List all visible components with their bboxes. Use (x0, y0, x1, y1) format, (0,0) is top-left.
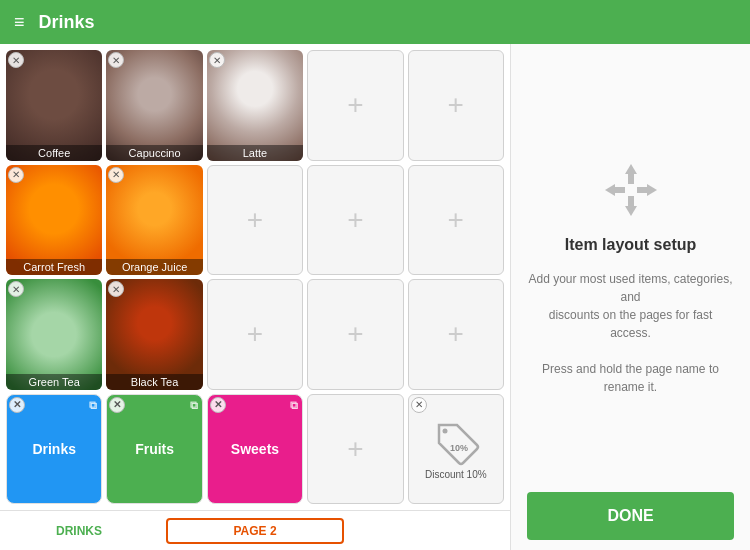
grid-empty-2-3[interactable]: + (307, 279, 403, 390)
grid-empty-0-4[interactable]: + (408, 50, 504, 161)
blacktea-label: Black Tea (106, 374, 202, 390)
grid-empty-2-4[interactable]: + (408, 279, 504, 390)
app-title: Drinks (39, 12, 95, 33)
done-button[interactable]: DONE (527, 492, 734, 540)
carrot-label: Carrot Fresh (6, 259, 102, 275)
layout-setup-desc: Add your most used items, categories, an… (527, 270, 734, 396)
page-tabs: DRINKS PAGE 2 (0, 510, 510, 550)
grid-item-carrot[interactable]: ✕ Carrot Fresh (6, 165, 102, 276)
remove-latte-btn[interactable]: ✕ (209, 52, 225, 68)
grid-item-greentea[interactable]: ✕ Green Tea (6, 279, 102, 390)
remove-drinks-cat-btn[interactable]: ✕ (9, 397, 25, 413)
remove-coffee-btn[interactable]: ✕ (8, 52, 24, 68)
left-panel: ✕ Coffee ✕ Capuccino ✕ Latte + + ✕ (0, 44, 510, 550)
svg-rect-9 (637, 187, 647, 193)
sweets-cat-label: Sweets (231, 441, 279, 457)
remove-fruits-cat-btn[interactable]: ✕ (109, 397, 125, 413)
grid-empty-1-2[interactable]: + (207, 165, 303, 276)
remove-carrot-btn[interactable]: ✕ (8, 167, 24, 183)
remove-discount-btn[interactable]: ✕ (411, 397, 427, 413)
orange-label: Orange Juice (106, 259, 202, 275)
grid-item-latte[interactable]: ✕ Latte (207, 50, 303, 161)
capuccino-label: Capuccino (106, 145, 202, 161)
grid-empty-1-4[interactable]: + (408, 165, 504, 276)
right-panel: Item layout setup Add your most used ite… (510, 44, 750, 550)
grid-item-blacktea[interactable]: ✕ Black Tea (106, 279, 202, 390)
move-arrows-icon (601, 160, 661, 220)
copy-drinks-icon: ⧉ (89, 399, 97, 412)
copy-fruits-icon: ⧉ (190, 399, 198, 412)
discount-tag-icon: 10% (431, 417, 481, 467)
grid-empty-1-3[interactable]: + (307, 165, 403, 276)
svg-point-0 (442, 429, 447, 434)
category-sweets[interactable]: ✕ ⧉ Sweets (207, 394, 303, 505)
discount-label: Discount 10% (425, 469, 487, 480)
tab-page2[interactable]: PAGE 2 (166, 518, 344, 544)
grid-empty-2-2[interactable]: + (207, 279, 303, 390)
main-content: ✕ Coffee ✕ Capuccino ✕ Latte + + ✕ (0, 44, 750, 550)
svg-rect-5 (628, 196, 634, 206)
greentea-label: Green Tea (6, 374, 102, 390)
svg-marker-8 (647, 184, 657, 196)
svg-marker-4 (625, 206, 637, 216)
drinks-cat-label: Drinks (32, 441, 76, 457)
item-grid: ✕ Coffee ✕ Capuccino ✕ Latte + + ✕ (0, 44, 510, 510)
layout-info: Item layout setup Add your most used ite… (527, 64, 734, 492)
svg-rect-7 (615, 187, 625, 193)
menu-icon[interactable]: ≡ (14, 12, 25, 33)
latte-label: Latte (207, 145, 303, 161)
remove-sweets-cat-btn[interactable]: ✕ (210, 397, 226, 413)
category-drinks[interactable]: ✕ ⧉ Drinks (6, 394, 102, 505)
tab-drinks[interactable]: DRINKS (0, 516, 158, 546)
coffee-label: Coffee (6, 145, 102, 161)
grid-item-coffee[interactable]: ✕ Coffee (6, 50, 102, 161)
svg-marker-2 (625, 164, 637, 174)
layout-setup-title: Item layout setup (565, 236, 697, 254)
discount-tile[interactable]: ✕ 10% Discount 10% (408, 394, 504, 505)
remove-orange-btn[interactable]: ✕ (108, 167, 124, 183)
app-header: ≡ Drinks (0, 0, 750, 44)
svg-rect-3 (628, 174, 634, 184)
grid-empty-3-3[interactable]: + (307, 394, 403, 505)
svg-marker-6 (605, 184, 615, 196)
grid-item-orange[interactable]: ✕ Orange Juice (106, 165, 202, 276)
svg-text:10%: 10% (450, 443, 468, 453)
copy-sweets-icon: ⧉ (290, 399, 298, 412)
remove-greentea-btn[interactable]: ✕ (8, 281, 24, 297)
fruits-cat-label: Fruits (135, 441, 174, 457)
category-fruits[interactable]: ✕ ⧉ Fruits (106, 394, 202, 505)
grid-empty-0-3[interactable]: + (307, 50, 403, 161)
grid-item-capuccino[interactable]: ✕ Capuccino (106, 50, 202, 161)
